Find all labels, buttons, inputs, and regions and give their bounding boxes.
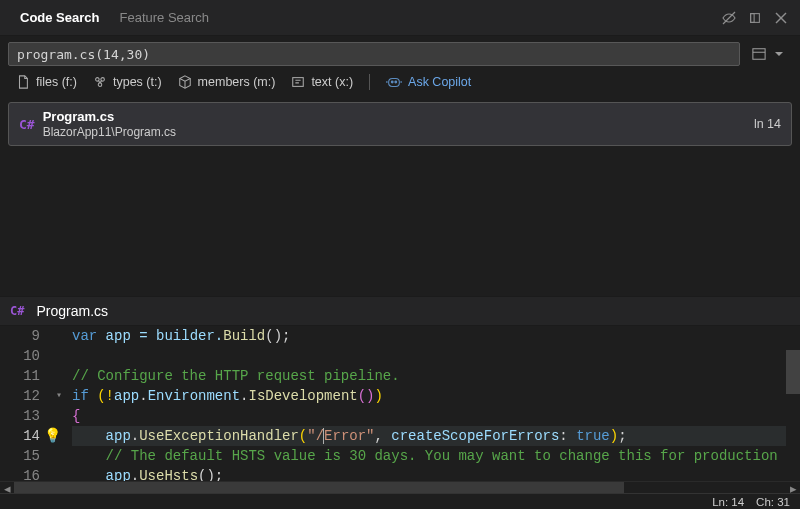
pin-icon[interactable] bbox=[746, 9, 764, 27]
file-icon bbox=[16, 75, 30, 89]
view-options-icon[interactable] bbox=[750, 45, 768, 63]
filter-members[interactable]: members (m:) bbox=[178, 75, 276, 89]
fold-chevron-icon[interactable]: ▾ bbox=[56, 386, 62, 406]
svg-rect-11 bbox=[389, 78, 400, 86]
title-bar: Code Search Feature Search bbox=[0, 0, 800, 36]
csharp-badge: C# bbox=[19, 117, 35, 132]
status-line: Ln: 14 bbox=[712, 496, 744, 508]
lightbulb-icon[interactable]: 💡 bbox=[44, 426, 61, 446]
tab-feature-search[interactable]: Feature Search bbox=[109, 4, 219, 31]
svg-point-13 bbox=[395, 81, 397, 83]
status-bar: Ln: 14 Ch: 31 bbox=[0, 493, 800, 509]
filter-members-label: members (m:) bbox=[198, 75, 276, 89]
svg-rect-2 bbox=[751, 13, 755, 22]
svg-point-9 bbox=[98, 83, 102, 87]
filter-types[interactable]: types (t:) bbox=[93, 75, 162, 89]
editor-csharp-badge: C# bbox=[10, 304, 24, 318]
close-icon[interactable] bbox=[772, 9, 790, 27]
copilot-icon bbox=[386, 75, 402, 89]
search-input[interactable] bbox=[8, 42, 740, 66]
tab-code-search[interactable]: Code Search bbox=[10, 4, 109, 31]
svg-point-12 bbox=[391, 81, 393, 83]
cube-icon bbox=[178, 75, 192, 89]
filter-bar: files (f:) types (t:) members (m:) text … bbox=[0, 66, 800, 98]
search-result-item[interactable]: C# Program.cs BlazorApp11\Program.cs ln … bbox=[8, 102, 792, 146]
dropdown-chevron-icon[interactable] bbox=[770, 45, 788, 63]
line-gutter: 910111213141516171819 bbox=[0, 326, 48, 500]
filter-separator bbox=[369, 74, 370, 90]
code-editor[interactable]: 910111213141516171819 💡 ▾ var app = buil… bbox=[0, 326, 800, 500]
filter-text[interactable]: text (x:) bbox=[291, 75, 353, 89]
result-line-label: ln 14 bbox=[754, 117, 781, 131]
code-content[interactable]: var app = builder.Build();// Configure t… bbox=[72, 326, 800, 500]
filter-files-label: files (f:) bbox=[36, 75, 77, 89]
result-path: BlazorApp11\Program.cs bbox=[43, 125, 754, 139]
result-filename: Program.cs bbox=[43, 109, 754, 124]
text-icon bbox=[291, 75, 305, 89]
filter-files[interactable]: files (f:) bbox=[16, 75, 77, 89]
filter-types-label: types (t:) bbox=[113, 75, 162, 89]
horizontal-scrollbar[interactable]: ◂ ▸ bbox=[0, 481, 800, 493]
svg-rect-1 bbox=[751, 13, 760, 22]
filter-text-label: text (x:) bbox=[311, 75, 353, 89]
types-icon bbox=[93, 75, 107, 89]
ask-copilot-label: Ask Copilot bbox=[408, 75, 471, 89]
vertical-scrollbar[interactable] bbox=[786, 326, 800, 500]
result-info: Program.cs BlazorApp11\Program.cs bbox=[43, 109, 754, 139]
preview-off-icon[interactable] bbox=[720, 9, 738, 27]
editor-tab-header: C# Program.cs bbox=[0, 296, 800, 326]
vscroll-thumb[interactable] bbox=[786, 350, 800, 394]
ask-copilot-button[interactable]: Ask Copilot bbox=[386, 75, 471, 89]
editor-filename: Program.cs bbox=[36, 303, 108, 319]
svg-rect-5 bbox=[753, 49, 765, 60]
search-bar bbox=[8, 42, 792, 66]
status-col: Ch: 31 bbox=[756, 496, 790, 508]
svg-rect-10 bbox=[293, 78, 304, 87]
